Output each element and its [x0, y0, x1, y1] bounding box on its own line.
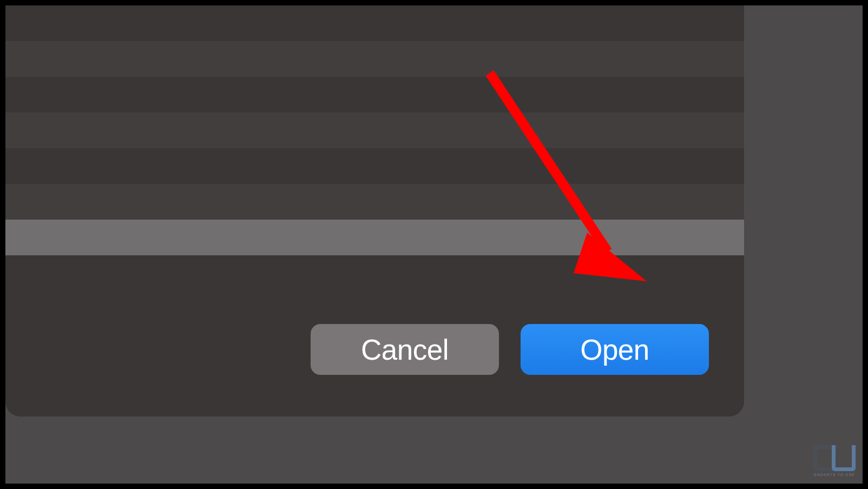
- file-list[interactable]: [5, 5, 744, 255]
- file-row[interactable]: [5, 77, 744, 113]
- screenshot-frame: Cancel Open GADGETS TO USE: [0, 0, 868, 489]
- dialog-button-area: Cancel Open: [5, 255, 744, 417]
- file-row[interactable]: [5, 148, 744, 184]
- cancel-button[interactable]: Cancel: [311, 324, 499, 375]
- file-row[interactable]: [5, 41, 744, 77]
- file-row[interactable]: [5, 113, 744, 148]
- file-row[interactable]: [5, 5, 744, 41]
- open-button[interactable]: Open: [521, 324, 709, 375]
- watermark-logo: GADGETS TO USE: [811, 442, 857, 480]
- file-row-selected[interactable]: [5, 220, 744, 255]
- watermark-text: GADGETS TO USE: [813, 473, 855, 477]
- file-open-dialog: Cancel Open: [5, 5, 744, 417]
- file-row[interactable]: [5, 184, 744, 220]
